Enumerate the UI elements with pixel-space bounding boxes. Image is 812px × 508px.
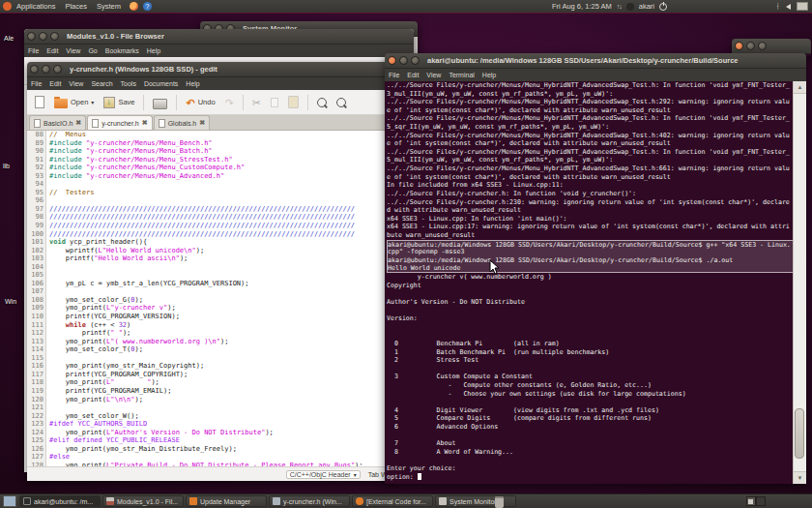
- taskbar-item-software[interactable]: [External Code for...: [352, 495, 433, 507]
- background-window-titlebar[interactable]: [732, 39, 811, 54]
- network-indicator-icon[interactable]: ↑↓: [617, 3, 622, 10]
- taskbar-item-label: Update Manager: [200, 498, 250, 505]
- power-icon[interactable]: [659, 3, 667, 11]
- terminal-line: Version:: [387, 314, 794, 323]
- new-document-button[interactable]: [32, 94, 47, 110]
- undo-button[interactable]: ↶ Undo: [183, 95, 218, 110]
- ubuntu-logo-icon[interactable]: [3, 2, 12, 11]
- trash-icon[interactable]: [495, 496, 504, 508]
- workspace-2[interactable]: [756, 496, 766, 506]
- firefox-icon[interactable]: [130, 2, 138, 11]
- taskbar-item-update[interactable]: Update Manager: [186, 495, 267, 507]
- close-button[interactable]: [30, 65, 39, 74]
- scroll-up-icon[interactable]: ▲: [794, 81, 806, 94]
- terminal-body[interactable]: ../../Source Files/y-cruncher/Menus/Menu…: [385, 81, 806, 484]
- desktop-icon-label[interactable]: lib: [3, 163, 10, 169]
- menu-help[interactable]: Help: [478, 72, 500, 78]
- copy-button[interactable]: [268, 96, 281, 109]
- menu-view[interactable]: View: [422, 72, 445, 78]
- menu-terminal[interactable]: Terminal: [445, 72, 478, 78]
- menu-file[interactable]: File: [24, 47, 43, 54]
- software-icon: [356, 497, 363, 505]
- file-browser-titlebar[interactable]: Modules_v1.0 - File Browser: [24, 29, 414, 45]
- menu-go[interactable]: Go: [84, 47, 101, 54]
- menu-file[interactable]: File: [27, 80, 45, 87]
- window-title: Modules_v1.0 - File Browser: [67, 32, 164, 41]
- language-selector[interactable]: C/C++/ObjC Header ▾: [286, 470, 361, 479]
- menu-view[interactable]: View: [62, 47, 84, 54]
- gedit-titlebar[interactable]: y-cruncher.h (Windows 128GB SSD) - gedit: [27, 62, 394, 77]
- clock[interactable]: Fri Aug 6, 1:25 AM: [552, 2, 612, 11]
- find-button[interactable]: [314, 96, 330, 109]
- line-number: 94: [27, 180, 44, 189]
- menu-places[interactable]: Places: [60, 2, 92, 11]
- print-button[interactable]: [150, 94, 170, 111]
- workspace-1[interactable]: [746, 496, 756, 506]
- show-desktop-button[interactable]: [3, 495, 16, 507]
- tab-y-cruncher.h[interactable]: y-cruncher.h✖: [87, 115, 152, 130]
- line-number: 108: [27, 296, 44, 305]
- help-icon[interactable]: ?: [143, 2, 152, 11]
- minimize-button[interactable]: [746, 42, 755, 50]
- menu-edit[interactable]: Edit: [403, 72, 422, 78]
- chevron-down-icon: ▾: [91, 99, 94, 105]
- volume-icon[interactable]: [786, 4, 791, 10]
- tab-globals.h[interactable]: Globals.h✖: [154, 115, 210, 130]
- taskbar-item-sysmon[interactable]: System Monitor: [435, 495, 516, 507]
- terminal-line: 2 Stress Test: [387, 356, 794, 365]
- taskbar-item-gedit[interactable]: y-cruncher.h (Win...: [269, 495, 350, 507]
- desktop-icon-label[interactable]: Win: [5, 298, 16, 305]
- replace-button[interactable]: [334, 96, 349, 109]
- menu-help[interactable]: Help: [143, 47, 164, 54]
- menu-system[interactable]: System: [92, 2, 126, 11]
- mail-icon[interactable]: [797, 2, 808, 11]
- menu-documents[interactable]: Documents: [140, 80, 182, 87]
- scroll-down-icon[interactable]: ▼: [794, 471, 806, 484]
- minimize-button[interactable]: [42, 65, 50, 74]
- taskbar-item-filebrowser[interactable]: Modules_v1.0 - Fil...: [102, 495, 184, 507]
- close-icon[interactable]: ✖: [75, 119, 81, 127]
- sysmon-icon: [439, 497, 447, 505]
- user-menu[interactable]: akari: [639, 2, 654, 11]
- menu-applications[interactable]: Applications: [12, 2, 60, 11]
- maximize-button[interactable]: [50, 32, 59, 41]
- code-lines: // Menus#include "y-cruncher/Menus/Menu_…: [46, 131, 394, 466]
- scrollbar-thumb[interactable]: [795, 408, 804, 459]
- close-button[interactable]: [27, 32, 36, 41]
- maximize-button[interactable]: [411, 56, 420, 65]
- bluetooth-icon[interactable]: ᛂ: [775, 2, 780, 11]
- open-button[interactable]: Open ▾: [51, 95, 97, 110]
- menu-tools[interactable]: Tools: [117, 80, 140, 87]
- maximize-button[interactable]: [758, 42, 767, 50]
- messaging-indicator-icon[interactable]: [626, 3, 634, 11]
- menu-bookmarks[interactable]: Bookmarks: [102, 47, 143, 54]
- taskbar-item-terminal[interactable]: akari@ubuntu: /m...: [19, 495, 101, 507]
- maximize-button[interactable]: [53, 65, 62, 74]
- close-button[interactable]: [735, 42, 743, 50]
- terminal-scrollbar[interactable]: ▲ ▼: [793, 81, 806, 484]
- terminal-line: 5_mul_III(ym_uW, ym_uW, const ym_rf_path…: [387, 156, 794, 164]
- cut-button[interactable]: ✂: [249, 95, 264, 110]
- gedit-text-area[interactable]: 8889909192939495969798991001011021031041…: [27, 131, 394, 466]
- close-button[interactable]: [388, 56, 396, 65]
- paste-button[interactable]: [285, 94, 302, 110]
- desktop-icon-label[interactable]: Ale: [4, 35, 14, 42]
- close-icon[interactable]: ✖: [199, 119, 205, 127]
- line-number: 115: [27, 354, 44, 363]
- tab-label: Globals.h: [168, 120, 197, 127]
- menu-file[interactable]: File: [385, 72, 403, 78]
- tab-basicio.h[interactable]: BasicIO.h✖: [29, 115, 86, 130]
- minimize-button[interactable]: [399, 56, 408, 65]
- menu-edit[interactable]: Edit: [43, 47, 62, 54]
- redo-button[interactable]: ↷: [222, 95, 237, 110]
- menu-edit[interactable]: Edit: [45, 80, 65, 87]
- close-icon[interactable]: ✖: [142, 119, 148, 127]
- menu-view[interactable]: View: [65, 80, 87, 87]
- terminal-line: e of 'int system(const char*)', declared…: [387, 139, 794, 148]
- minimize-button[interactable]: [39, 32, 47, 41]
- save-button[interactable]: Save: [101, 95, 137, 110]
- terminal-titlebar[interactable]: akari@ubuntu: /media/Windows 128GB SSD/U…: [385, 53, 806, 69]
- menu-help[interactable]: Help: [182, 80, 203, 87]
- menu-search[interactable]: Search: [87, 80, 116, 87]
- gedit-menubar: FileEditViewSearchToolsDocumentsHelp: [27, 77, 394, 90]
